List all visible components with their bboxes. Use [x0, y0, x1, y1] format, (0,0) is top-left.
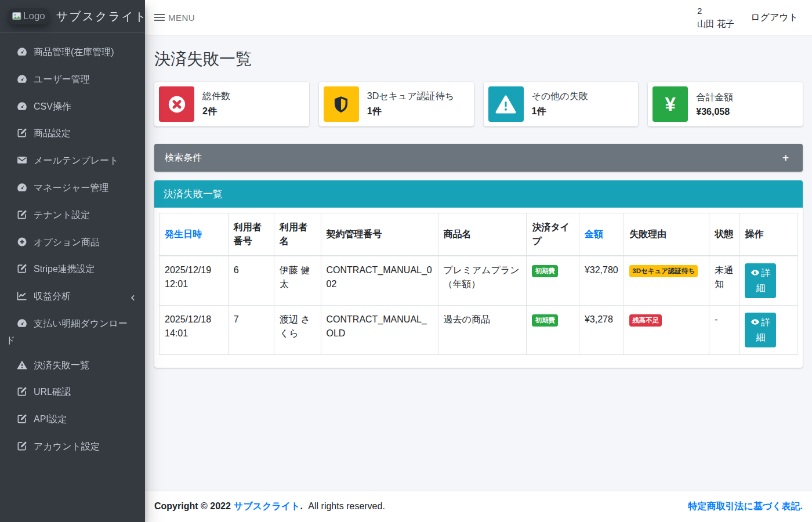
envelope-icon [16, 154, 28, 171]
sidebar-item-label: API設定 [34, 414, 67, 424]
top-navbar: MENU 2 山田 花子 ログアウト [145, 0, 812, 35]
stat-value: ¥36,058 [696, 107, 733, 117]
sidebar-item-label: URL確認 [34, 387, 71, 397]
page-title: 決済失敗一覧 [154, 48, 803, 70]
column-header-status: 状態 [709, 213, 740, 256]
cell-user-name: 渡辺 さくら [274, 306, 321, 355]
sidebar-item-product-management[interactable]: 商品管理(在庫管理) [0, 40, 145, 67]
stat-label: 総件数 [202, 90, 230, 103]
list-card-body: 発生日時 利用者番号 利用者名 契約管理番号 商品名 決済タイプ 金額 失敗理由… [154, 208, 803, 368]
times-circle-icon [159, 86, 194, 122]
sidebar-item-url-confirm[interactable]: URL確認 [0, 380, 145, 407]
fail-reason-badge: 残高不足 [629, 314, 662, 327]
sidebar-item-label: マネージャー管理 [34, 183, 109, 193]
stats-row: 総件数 2件 3Dセキュア認証待ち 1件 その他の失敗 [154, 82, 803, 126]
sidebar-item-api-settings[interactable]: API設定 [0, 407, 145, 434]
sidebar-item-label: メールテンプレート [34, 155, 119, 165]
search-panel-title: 検索条件 [165, 152, 202, 164]
detail-button[interactable]: 詳細 [745, 313, 776, 347]
logo-alt-text: Logo [23, 10, 45, 22]
payment-type-badge: 初期費 [532, 314, 558, 327]
cell-action: 詳細 [740, 306, 798, 355]
cell-contract-no: CONTRACT_MANUAL_002 [321, 256, 438, 306]
main-area: MENU 2 山田 花子 ログアウト 決済失敗一覧 総件数 2件 [145, 0, 812, 522]
navbar-right: 2 山田 花子 ログアウト [697, 5, 798, 31]
plus-circle-icon [16, 236, 28, 252]
edit-icon [16, 127, 28, 143]
sidebar-item-manager-management[interactable]: マネージャー管理 [0, 176, 145, 203]
broken-logo-image: Logo [8, 8, 49, 24]
eye-icon [751, 267, 760, 281]
table-row: 2025/12/19 12:01 6 伊藤 健太 CONTRACT_MANUAL… [160, 256, 798, 306]
edit-icon [16, 440, 28, 456]
stat-card-total-amount: ¥ 合計金額 ¥36,058 [648, 82, 803, 126]
eye-icon [751, 317, 760, 331]
cell-payment-type: 初期費 [527, 306, 579, 355]
tachometer-icon [16, 73, 28, 89]
list-card-title: 決済失敗一覧 [154, 180, 803, 208]
cell-amount: ¥32,780 [579, 256, 624, 306]
sidebar-item-user-management[interactable]: ユーザー管理 [0, 67, 145, 95]
fail-reason-badge: 3Dセキュア認証待ち [629, 265, 698, 277]
plus-icon[interactable]: + [779, 151, 792, 164]
sort-link-amount[interactable]: 金額 [585, 229, 603, 239]
cell-amount: ¥3,278 [579, 306, 624, 355]
footer: Copyright © 2022サブスクライト. All rights rese… [145, 491, 812, 522]
exclamation-triangle-icon [488, 86, 524, 122]
column-header-user-no: 利用者番号 [228, 213, 274, 256]
cell-datetime: 2025/12/18 14:01 [160, 306, 229, 355]
yen-icon: ¥ [652, 86, 688, 122]
sidebar-item-tenant-settings[interactable]: テナント設定 [0, 203, 145, 230]
broken-image-icon [12, 12, 21, 21]
sidebar-item-label: 商品設定 [34, 128, 71, 138]
shield-icon [324, 86, 359, 122]
sidebar-item-stripe-settings[interactable]: Stripe連携設定 [0, 257, 145, 284]
edit-icon [16, 386, 28, 402]
chart-line-icon [16, 290, 28, 306]
logout-link[interactable]: ログアウト [751, 12, 798, 24]
sidebar-item-option-products[interactable]: オプション商品 [0, 230, 145, 258]
payment-failure-table: 発生日時 利用者番号 利用者名 契約管理番号 商品名 決済タイプ 金額 失敗理由… [159, 213, 798, 355]
stat-card-3ds-pending: 3Dセキュア認証待ち 1件 [319, 82, 474, 126]
user-id: 2 [697, 5, 734, 18]
stat-value: 1件 [532, 106, 588, 118]
cell-product: 過去の商品 [438, 306, 527, 355]
sort-link-datetime[interactable]: 発生日時 [165, 229, 202, 239]
cell-status: - [709, 306, 740, 355]
tachometer-icon [16, 182, 28, 198]
sidebar-item-product-settings[interactable]: 商品設定 [0, 121, 145, 148]
stat-value: 1件 [367, 106, 454, 118]
cell-user-name: 伊藤 健太 [274, 256, 321, 306]
cell-product: プレミアムプラン（年額） [438, 256, 527, 306]
cell-contract-no: CONTRACT_MANUAL_OLD [321, 306, 438, 355]
footer-brand-link[interactable]: サブスクライト [234, 501, 300, 511]
legal-notice-link[interactable]: 特定商取引法に基づく表記. [688, 501, 803, 513]
sidebar-item-payment-detail-download[interactable]: 支払い明細ダウンロード [0, 311, 145, 353]
cell-payment-type: 初期費 [527, 256, 579, 306]
sidebar-item-mail-template[interactable]: メールテンプレート [0, 148, 145, 176]
search-conditions-panel[interactable]: 検索条件 + [154, 144, 803, 172]
sidebar-item-label: ユーザー管理 [34, 74, 90, 84]
content-area: 決済失敗一覧 総件数 2件 3Dセキュア認証待ち 1件 [145, 35, 812, 491]
sidebar-item-csv-operations[interactable]: CSV操作 [0, 95, 145, 122]
exclamation-triangle-icon [16, 359, 28, 375]
menu-label: MENU [168, 13, 195, 23]
user-info: 2 山田 花子 [697, 5, 734, 31]
sidebar-item-payment-failure-list[interactable]: 決済失敗一覧 [0, 353, 145, 380]
cell-user-no: 7 [228, 306, 274, 355]
edit-icon [16, 413, 28, 429]
sidebar-item-account-settings[interactable]: アカウント設定 [0, 434, 145, 462]
brand[interactable]: Logo サブスクライト [0, 0, 145, 33]
cell-fail-reason: 残高不足 [624, 306, 709, 355]
stat-value: 2件 [202, 106, 230, 118]
column-header-product: 商品名 [438, 213, 527, 256]
cell-datetime: 2025/12/19 12:01 [160, 256, 229, 306]
column-header-user-name: 利用者名 [274, 213, 321, 256]
sidebar: Logo サブスクライト 商品管理(在庫管理) ユーザー管理 CSV操作 商品設… [0, 0, 145, 522]
payment-failure-list-card: 決済失敗一覧 発生日時 利用者番号 利用者名 契約管理番号 商品名 [154, 180, 803, 368]
edit-icon [16, 209, 28, 225]
menu-toggle-button[interactable]: MENU [154, 13, 195, 23]
sidebar-item-revenue-analysis[interactable]: 収益分析 [0, 284, 145, 311]
sidebar-item-label: CSV操作 [34, 102, 71, 111]
detail-button[interactable]: 詳細 [745, 263, 776, 298]
